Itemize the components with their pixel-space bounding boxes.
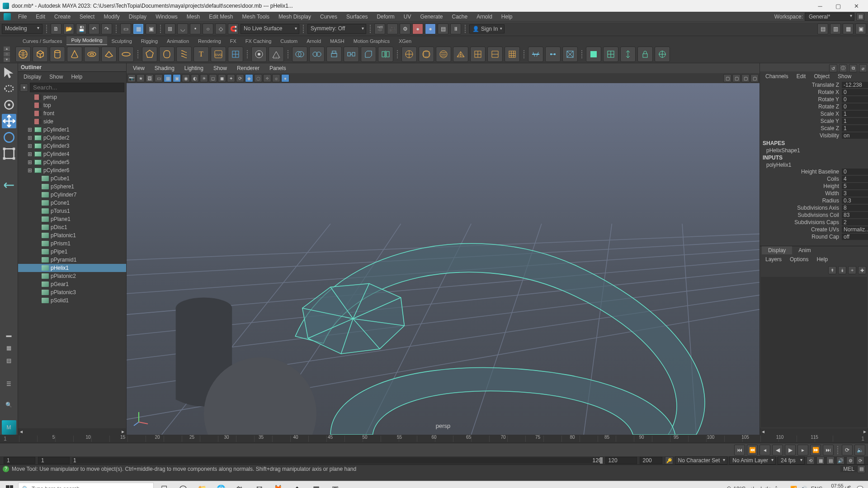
layer-add-sel-icon[interactable]: ✚ [858, 266, 866, 274]
channel-value[interactable]: 1 [842, 125, 868, 131]
panel-toggle-modeling-icon[interactable]: ▣ [855, 23, 866, 34]
outliner-item[interactable]: front [18, 109, 126, 117]
outliner-item[interactable]: pPyramid1 [18, 256, 126, 264]
viewport-menu-renderer[interactable]: Renderer [232, 64, 264, 72]
vptool-msaa-icon[interactable]: ✦ [227, 74, 235, 82]
range-opt3-icon[interactable]: 🔊 [836, 456, 844, 465]
outliner-item[interactable]: ⊞pCylinder6 [18, 166, 126, 174]
shelf-switcher[interactable]: ▴ ○ ▾ [0, 45, 14, 63]
menu-cache[interactable]: Cache [447, 12, 472, 21]
taskbar-search-input[interactable]: 🔍 Type here to search [18, 483, 154, 488]
menu-file[interactable]: File [14, 12, 31, 21]
character-set-dropdown[interactable]: No Character Set [675, 456, 728, 465]
input-attr-value[interactable]: 0.3 [842, 197, 868, 204]
maximize-button[interactable]: ▢ [829, 1, 847, 11]
viewport-menu-shading[interactable]: Shading [150, 64, 179, 72]
outliner-item[interactable]: pPlatonic3 [18, 288, 126, 296]
ipr-render-icon[interactable]: 🎥 [387, 23, 398, 34]
shelf-normals-rev-icon[interactable] [620, 47, 636, 62]
paint-select-tool[interactable] [2, 98, 16, 112]
range-opt4-icon[interactable]: ⚙ [846, 456, 854, 465]
loop-icon[interactable]: ⟳ [842, 445, 853, 455]
shelf-platonic-icon[interactable] [142, 47, 157, 62]
menu-mesh[interactable]: Mesh [182, 12, 204, 21]
shelf-poly-plane-icon[interactable] [101, 47, 117, 62]
outliner-item[interactable]: ⊞pCylinder1 [18, 126, 126, 134]
channel-value[interactable]: 0 [842, 103, 868, 110]
outliner-item[interactable]: pPlane1 [18, 215, 126, 223]
menu-generate[interactable]: Generate [415, 12, 447, 21]
tray-lang[interactable]: ENG [811, 486, 823, 488]
expander-icon[interactable]: ⊞ [27, 143, 33, 149]
shelf-tab-motiongraphics[interactable]: Motion Graphics [349, 37, 394, 45]
range-opt1-icon[interactable]: ▦ [816, 456, 825, 465]
shelf-triangulate-icon[interactable] [453, 47, 468, 62]
search-tool[interactable]: 🔍 [2, 398, 16, 412]
vptool-bookmark-icon[interactable]: ★ [137, 74, 145, 82]
shelf-tab-rendering[interactable]: Rendering [193, 37, 226, 45]
time-slider-track[interactable]: 5101520253035404550556065707580859095100… [19, 436, 849, 442]
vptool-exposure-icon[interactable]: ☼ [272, 74, 280, 82]
layer-list[interactable] [761, 277, 867, 427]
vptool-4[interactable]: ▢ [750, 74, 759, 82]
viewport-menu-panels[interactable]: Panels [265, 64, 291, 72]
start-button[interactable] [3, 483, 16, 488]
close-button[interactable]: ✕ [847, 1, 865, 11]
outliner-item[interactable]: ⊞pCylinder3 [18, 142, 126, 150]
shelf-tab-fx[interactable]: FX [226, 37, 241, 45]
vptool-isolate-icon[interactable]: ◆ [245, 74, 253, 82]
panel-toggle-channelbox-icon[interactable]: ▤ [817, 23, 828, 34]
taskbar-app-store-icon[interactable]: 🛍 [231, 483, 249, 488]
shelf-tab-rigging[interactable]: Rigging [137, 37, 162, 45]
snap-plane-icon[interactable]: ◇ [215, 23, 226, 34]
outliner-item[interactable]: top [18, 101, 126, 109]
vptool-2[interactable]: ▢ [732, 74, 741, 82]
script-editor-icon[interactable]: ▤ [857, 465, 865, 473]
shelf-tab-fxcaching[interactable]: FX Caching [241, 37, 276, 45]
expander-icon[interactable]: ⊞ [27, 167, 33, 174]
go-to-end-icon[interactable]: ⏭ [823, 445, 834, 455]
autokey-icon[interactable]: 🔑 [665, 456, 673, 465]
outliner-item[interactable]: persp [18, 93, 126, 101]
layout-outliner-icon[interactable]: ▤ [4, 355, 14, 366]
range-opt5-icon[interactable]: ⟳ [856, 456, 864, 465]
vptool-1[interactable]: ▢ [723, 74, 731, 82]
time-slider[interactable]: 1 51015202530354045505560657075808590951… [0, 435, 868, 443]
menu-help[interactable]: Help [497, 12, 517, 21]
outliner-list[interactable]: persptopfrontside⊞pCylinder1⊞pCylinder2⊞… [18, 93, 126, 428]
outliner-item[interactable]: pCube1 [18, 174, 126, 183]
channel-value[interactable]: 0 [842, 89, 868, 95]
menu-display[interactable]: Display [124, 12, 151, 21]
select-mode-component-icon[interactable]: ▦ [133, 23, 144, 34]
tray-network-icon[interactable]: 📶 [790, 486, 797, 488]
move-tool[interactable] [2, 114, 16, 128]
vptool-select-camera-icon[interactable]: 📷 [127, 74, 136, 82]
menu-meshdisplay[interactable]: Mesh Display [274, 12, 316, 21]
outliner-item[interactable]: pPlatonic2 [18, 272, 126, 280]
outliner-toggle-icon[interactable]: ☰ [4, 379, 14, 389]
symmetry-dropdown[interactable]: Symmetry: Off [307, 24, 366, 34]
shelf-type-tool-icon[interactable]: T [193, 47, 209, 62]
tray-clock[interactable]: 07:55 ص ٢٠٢٤/١٢/٢٣ [826, 483, 851, 488]
shelf-remesh-icon[interactable] [505, 47, 520, 62]
panel-toggle-toolsettings-icon[interactable]: ▥ [830, 23, 841, 34]
workspace-options-icon[interactable]: ▤ [856, 13, 864, 21]
play-forwards-icon[interactable]: ▶ [785, 445, 796, 455]
shelf-tab-polymodeling[interactable]: Poly Modeling [66, 36, 107, 45]
live-surface-field[interactable]: No Live Surface [241, 24, 299, 34]
channel-value[interactable]: 0 [842, 96, 868, 103]
expander-icon[interactable]: ⊞ [27, 151, 33, 157]
expander-icon[interactable]: ⊞ [27, 135, 33, 141]
shelf-bridge-icon[interactable] [344, 47, 359, 62]
layer-tab-help[interactable]: Help [813, 255, 831, 263]
outliner-item[interactable]: ⊞pCylinder2 [18, 134, 126, 142]
taskbar-app-misc1-icon[interactable]: ▦ [307, 483, 325, 488]
menu-uv[interactable]: UV [399, 12, 416, 21]
lasso-tool[interactable] [2, 81, 16, 96]
viewport-menu-view[interactable]: View [128, 64, 149, 72]
go-to-start-icon[interactable]: ⏮ [734, 445, 745, 455]
shelf-reset-pivot-icon[interactable]: 0,0,0 [269, 47, 284, 62]
shelf-tab-arnold[interactable]: Arnold [302, 37, 326, 45]
vptool-gamma-icon[interactable]: ● [281, 74, 289, 82]
shelf-soft-select-icon[interactable] [251, 47, 267, 62]
